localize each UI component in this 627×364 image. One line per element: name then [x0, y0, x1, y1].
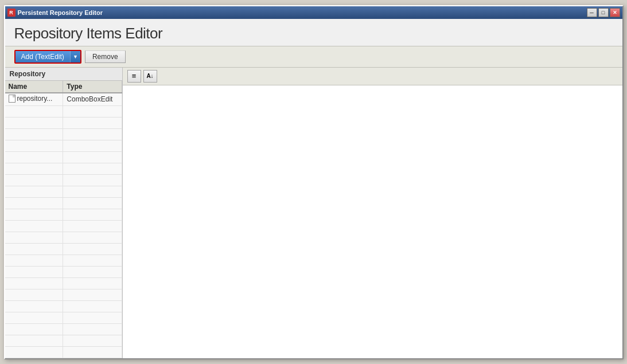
- minimize-button[interactable]: ─: [587, 8, 597, 17]
- sort-icon: A↓: [146, 73, 153, 79]
- empty-type-cell: [63, 151, 122, 163]
- empty-type-cell: [63, 346, 122, 358]
- empty-type-cell: [63, 209, 122, 220]
- empty-name-cell: [5, 105, 63, 117]
- row-name-text: repository...: [17, 95, 53, 103]
- list-icon-button[interactable]: ≡: [127, 70, 141, 83]
- table-row-empty[interactable]: [5, 105, 122, 117]
- empty-type-cell: [63, 243, 122, 255]
- table-row-empty[interactable]: [5, 300, 122, 312]
- table-row-empty[interactable]: [5, 174, 122, 186]
- add-dropdown-arrow[interactable]: ▼: [70, 51, 80, 62]
- table-row-empty[interactable]: [5, 312, 122, 323]
- table-row-empty[interactable]: [5, 140, 122, 151]
- table-row-empty[interactable]: [5, 243, 122, 255]
- empty-name-cell: [5, 232, 63, 243]
- repository-panel-header: Repository: [5, 68, 122, 81]
- empty-type-cell: [63, 323, 122, 335]
- type-column-header: Type: [63, 81, 122, 93]
- empty-type-cell: [63, 105, 122, 117]
- table-row-empty[interactable]: [5, 323, 122, 335]
- empty-type-cell: [63, 140, 122, 151]
- table-row-empty[interactable]: [5, 197, 122, 209]
- empty-type-cell: [63, 312, 122, 323]
- table-row[interactable]: repository... ComboBoxEdit: [5, 93, 122, 106]
- remove-button[interactable]: Remove: [85, 50, 126, 63]
- empty-name-cell: [5, 300, 63, 312]
- table-row-empty[interactable]: [5, 346, 122, 358]
- table-row-empty[interactable]: [5, 220, 122, 232]
- empty-name-cell: [5, 358, 63, 358]
- empty-type-cell: [63, 335, 122, 346]
- empty-type-cell: [63, 117, 122, 128]
- empty-name-cell: [5, 255, 63, 266]
- table-row-empty[interactable]: [5, 335, 122, 346]
- title-bar-controls: ─ □ ✕: [587, 8, 620, 17]
- empty-name-cell: [5, 277, 63, 289]
- empty-type-cell: [63, 232, 122, 243]
- table-row-empty[interactable]: [5, 209, 122, 220]
- empty-name-cell: [5, 243, 63, 255]
- left-panel: Repository Name Type: [5, 68, 123, 358]
- empty-type-cell: [63, 128, 122, 140]
- empty-name-cell: [5, 163, 63, 174]
- empty-type-cell: [63, 255, 122, 266]
- empty-name-cell: [5, 174, 63, 186]
- empty-type-cell: [63, 358, 122, 358]
- table-row-empty[interactable]: [5, 232, 122, 243]
- table-row-empty[interactable]: [5, 128, 122, 140]
- empty-name-cell: [5, 197, 63, 209]
- app-icon: R: [7, 9, 15, 17]
- title-bar: R Persistent Repository Editor ─ □ ✕: [5, 6, 622, 19]
- title-bar-left: R Persistent Repository Editor: [7, 9, 103, 17]
- main-window: R Persistent Repository Editor ─ □ ✕ Rep…: [4, 5, 624, 359]
- close-button[interactable]: ✕: [610, 8, 620, 17]
- table-row-empty[interactable]: [5, 117, 122, 128]
- empty-name-cell: [5, 140, 63, 151]
- add-button-group[interactable]: Add (TextEdit) ▼: [14, 50, 81, 64]
- empty-name-cell: [5, 266, 63, 277]
- table-row-empty[interactable]: [5, 358, 122, 358]
- empty-name-cell: [5, 117, 63, 128]
- empty-name-cell: [5, 220, 63, 232]
- empty-type-cell: [63, 186, 122, 197]
- empty-name-cell: [5, 312, 63, 323]
- empty-type-cell: [63, 277, 122, 289]
- empty-type-cell: [63, 266, 122, 277]
- empty-type-cell: [63, 220, 122, 232]
- table-row-empty[interactable]: [5, 266, 122, 277]
- page-header: Repository Items Editor: [5, 19, 622, 46]
- page-title: Repository Items Editor: [14, 25, 613, 42]
- repository-table-area[interactable]: Name Type repository...: [5, 81, 122, 358]
- empty-name-cell: [5, 335, 63, 346]
- table-row-empty[interactable]: [5, 289, 122, 300]
- empty-name-cell: [5, 186, 63, 197]
- empty-name-cell: [5, 289, 63, 300]
- right-content-area: [123, 85, 622, 358]
- name-column-header: Name: [5, 81, 63, 93]
- list-icon: ≡: [132, 72, 137, 80]
- empty-type-cell: [63, 300, 122, 312]
- empty-name-cell: [5, 151, 63, 163]
- empty-type-cell: [63, 174, 122, 186]
- table-row-empty[interactable]: [5, 151, 122, 163]
- table-row-empty[interactable]: [5, 255, 122, 266]
- empty-name-cell: [5, 346, 63, 358]
- empty-type-cell: [63, 197, 122, 209]
- empty-name-cell: [5, 209, 63, 220]
- add-textedit-button[interactable]: Add (TextEdit): [15, 51, 70, 62]
- empty-name-cell: [5, 128, 63, 140]
- right-panel: ≡ A↓: [123, 68, 622, 358]
- title-bar-text: Persistent Repository Editor: [18, 9, 103, 16]
- row-name-cell[interactable]: repository...: [5, 93, 63, 106]
- maximize-button[interactable]: □: [598, 8, 609, 17]
- row-type-cell[interactable]: ComboBoxEdit: [63, 93, 122, 106]
- table-row-empty[interactable]: [5, 163, 122, 174]
- toolbar: Add (TextEdit) ▼ Remove: [5, 46, 622, 68]
- sort-icon-button[interactable]: A↓: [143, 70, 157, 83]
- table-header-row: Name Type: [5, 81, 122, 93]
- table-row-empty[interactable]: [5, 277, 122, 289]
- empty-name-cell: [5, 323, 63, 335]
- right-toolbar: ≡ A↓: [123, 68, 622, 85]
- table-row-empty[interactable]: [5, 186, 122, 197]
